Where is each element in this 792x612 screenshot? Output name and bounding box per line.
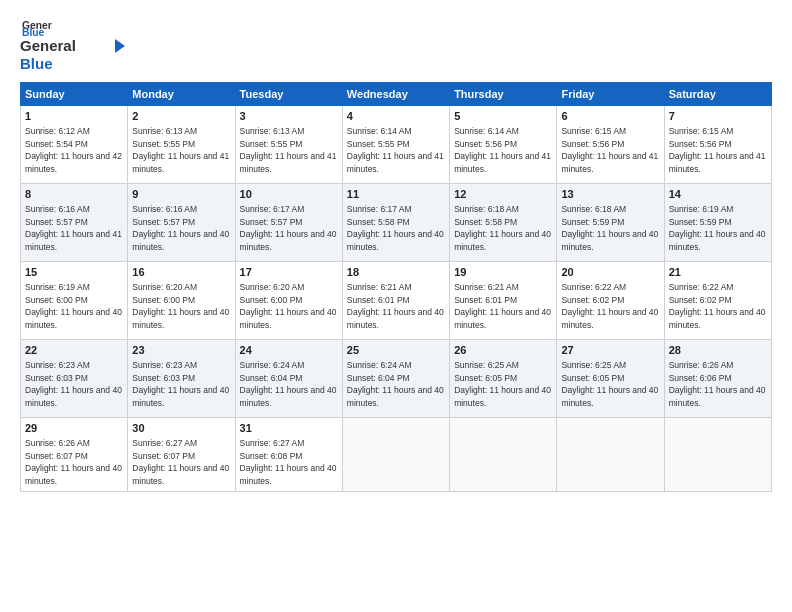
table-cell [450,418,557,492]
col-monday: Monday [128,83,235,106]
table-cell: 28Sunrise: 6:26 AMSunset: 6:06 PMDayligh… [664,340,771,418]
day-number: 16 [132,265,230,280]
day-number: 13 [561,187,659,202]
day-info: Sunrise: 6:19 AMSunset: 5:59 PMDaylight:… [669,204,766,252]
day-number: 5 [454,109,552,124]
table-cell: 3Sunrise: 6:13 AMSunset: 5:55 PMDaylight… [235,106,342,184]
table-cell: 25Sunrise: 6:24 AMSunset: 6:04 PMDayligh… [342,340,449,418]
table-cell: 10Sunrise: 6:17 AMSunset: 5:57 PMDayligh… [235,184,342,262]
day-number: 8 [25,187,123,202]
table-cell: 22Sunrise: 6:23 AMSunset: 6:03 PMDayligh… [21,340,128,418]
table-cell: 4Sunrise: 6:14 AMSunset: 5:55 PMDaylight… [342,106,449,184]
day-info: Sunrise: 6:22 AMSunset: 6:02 PMDaylight:… [561,282,658,330]
table-cell: 17Sunrise: 6:20 AMSunset: 6:00 PMDayligh… [235,262,342,340]
table-cell: 5Sunrise: 6:14 AMSunset: 5:56 PMDaylight… [450,106,557,184]
day-number: 22 [25,343,123,358]
day-info: Sunrise: 6:17 AMSunset: 5:58 PMDaylight:… [347,204,444,252]
day-number: 23 [132,343,230,358]
day-number: 18 [347,265,445,280]
table-cell: 1Sunrise: 6:12 AMSunset: 5:54 PMDaylight… [21,106,128,184]
day-info: Sunrise: 6:26 AMSunset: 6:07 PMDaylight:… [25,438,122,486]
day-info: Sunrise: 6:20 AMSunset: 6:00 PMDaylight:… [240,282,337,330]
table-cell: 11Sunrise: 6:17 AMSunset: 5:58 PMDayligh… [342,184,449,262]
day-number: 11 [347,187,445,202]
day-info: Sunrise: 6:21 AMSunset: 6:01 PMDaylight:… [347,282,444,330]
day-info: Sunrise: 6:21 AMSunset: 6:01 PMDaylight:… [454,282,551,330]
day-number: 30 [132,421,230,436]
day-number: 26 [454,343,552,358]
col-friday: Friday [557,83,664,106]
day-info: Sunrise: 6:27 AMSunset: 6:08 PMDaylight:… [240,438,337,486]
day-info: Sunrise: 6:25 AMSunset: 6:05 PMDaylight:… [561,360,658,408]
day-number: 20 [561,265,659,280]
table-cell: 6Sunrise: 6:15 AMSunset: 5:56 PMDaylight… [557,106,664,184]
table-cell: 8Sunrise: 6:16 AMSunset: 5:57 PMDaylight… [21,184,128,262]
table-cell: 18Sunrise: 6:21 AMSunset: 6:01 PMDayligh… [342,262,449,340]
table-cell: 20Sunrise: 6:22 AMSunset: 6:02 PMDayligh… [557,262,664,340]
logo: General Blue General Blue [20,18,125,74]
col-tuesday: Tuesday [235,83,342,106]
day-info: Sunrise: 6:20 AMSunset: 6:00 PMDaylight:… [132,282,229,330]
table-cell: 27Sunrise: 6:25 AMSunset: 6:05 PMDayligh… [557,340,664,418]
col-saturday: Saturday [664,83,771,106]
col-wednesday: Wednesday [342,83,449,106]
day-info: Sunrise: 6:17 AMSunset: 5:57 PMDaylight:… [240,204,337,252]
day-info: Sunrise: 6:12 AMSunset: 5:54 PMDaylight:… [25,126,122,174]
table-cell: 31Sunrise: 6:27 AMSunset: 6:08 PMDayligh… [235,418,342,492]
calendar-table: Sunday Monday Tuesday Wednesday Thursday… [20,82,772,492]
table-cell: 29Sunrise: 6:26 AMSunset: 6:07 PMDayligh… [21,418,128,492]
table-cell: 30Sunrise: 6:27 AMSunset: 6:07 PMDayligh… [128,418,235,492]
day-info: Sunrise: 6:16 AMSunset: 5:57 PMDaylight:… [132,204,229,252]
table-cell: 16Sunrise: 6:20 AMSunset: 6:00 PMDayligh… [128,262,235,340]
table-cell: 21Sunrise: 6:22 AMSunset: 6:02 PMDayligh… [664,262,771,340]
table-cell: 12Sunrise: 6:18 AMSunset: 5:58 PMDayligh… [450,184,557,262]
day-number: 6 [561,109,659,124]
day-info: Sunrise: 6:27 AMSunset: 6:07 PMDaylight:… [132,438,229,486]
day-number: 29 [25,421,123,436]
table-cell [664,418,771,492]
day-info: Sunrise: 6:18 AMSunset: 5:59 PMDaylight:… [561,204,658,252]
day-number: 21 [669,265,767,280]
table-cell: 9Sunrise: 6:16 AMSunset: 5:57 PMDaylight… [128,184,235,262]
calendar-header-row: Sunday Monday Tuesday Wednesday Thursday… [21,83,772,106]
logo-svg: General Blue [20,34,125,74]
day-number: 31 [240,421,338,436]
day-info: Sunrise: 6:23 AMSunset: 6:03 PMDaylight:… [25,360,122,408]
day-info: Sunrise: 6:14 AMSunset: 5:55 PMDaylight:… [347,126,444,174]
day-number: 15 [25,265,123,280]
day-number: 17 [240,265,338,280]
day-info: Sunrise: 6:18 AMSunset: 5:58 PMDaylight:… [454,204,551,252]
day-number: 2 [132,109,230,124]
day-number: 27 [561,343,659,358]
day-info: Sunrise: 6:23 AMSunset: 6:03 PMDaylight:… [132,360,229,408]
col-sunday: Sunday [21,83,128,106]
day-info: Sunrise: 6:22 AMSunset: 6:02 PMDaylight:… [669,282,766,330]
table-cell: 7Sunrise: 6:15 AMSunset: 5:56 PMDaylight… [664,106,771,184]
day-info: Sunrise: 6:24 AMSunset: 6:04 PMDaylight:… [347,360,444,408]
day-number: 24 [240,343,338,358]
day-info: Sunrise: 6:14 AMSunset: 5:56 PMDaylight:… [454,126,551,174]
col-thursday: Thursday [450,83,557,106]
table-cell [557,418,664,492]
day-number: 4 [347,109,445,124]
day-info: Sunrise: 6:13 AMSunset: 5:55 PMDaylight:… [240,126,337,174]
day-number: 1 [25,109,123,124]
table-cell: 23Sunrise: 6:23 AMSunset: 6:03 PMDayligh… [128,340,235,418]
day-number: 28 [669,343,767,358]
table-cell: 14Sunrise: 6:19 AMSunset: 5:59 PMDayligh… [664,184,771,262]
svg-text:General: General [20,37,76,54]
header: General Blue General Blue [20,18,772,74]
day-number: 25 [347,343,445,358]
day-number: 7 [669,109,767,124]
svg-marker-3 [115,39,125,53]
day-info: Sunrise: 6:15 AMSunset: 5:56 PMDaylight:… [561,126,658,174]
day-info: Sunrise: 6:24 AMSunset: 6:04 PMDaylight:… [240,360,337,408]
day-number: 3 [240,109,338,124]
table-cell: 19Sunrise: 6:21 AMSunset: 6:01 PMDayligh… [450,262,557,340]
day-info: Sunrise: 6:19 AMSunset: 6:00 PMDaylight:… [25,282,122,330]
day-info: Sunrise: 6:16 AMSunset: 5:57 PMDaylight:… [25,204,122,252]
day-number: 9 [132,187,230,202]
table-cell: 15Sunrise: 6:19 AMSunset: 6:00 PMDayligh… [21,262,128,340]
day-info: Sunrise: 6:15 AMSunset: 5:56 PMDaylight:… [669,126,766,174]
table-cell: 2Sunrise: 6:13 AMSunset: 5:55 PMDaylight… [128,106,235,184]
